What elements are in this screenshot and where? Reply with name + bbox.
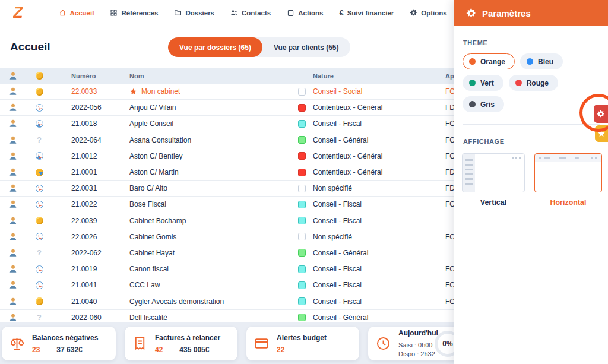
- view-tab[interactable]: Vue par clients (55): [262, 37, 350, 57]
- dossier-name: Mon cabinet: [141, 87, 180, 96]
- nature-color-chip[interactable]: [298, 104, 306, 112]
- apporteur-initials: FC: [445, 265, 454, 273]
- apporteur-initials: FD: [445, 168, 454, 176]
- gear-icon: [410, 9, 417, 17]
- page-title: Accueil: [10, 40, 50, 53]
- view-tab[interactable]: Vue par dossiers (65): [168, 37, 262, 57]
- nature-label: Non spécifié: [313, 233, 445, 241]
- nav-item[interactable]: Contacts: [230, 9, 271, 17]
- display-options: Vertical Horizontal: [454, 145, 608, 207]
- scale-icon: [9, 335, 25, 352]
- nature-color-chip[interactable]: [298, 233, 306, 240]
- card-title: Alertes budget: [277, 334, 327, 342]
- card-count: 23: [32, 346, 40, 354]
- nav-item-label: Suivi financier: [347, 10, 394, 17]
- theme-color-dot: [469, 58, 476, 65]
- billing-column-icon: [36, 72, 43, 80]
- display-option[interactable]: Vertical: [462, 153, 525, 207]
- table-row[interactable]: 21.0018 Apple Conseil Conseil - Fiscal F…: [0, 116, 454, 132]
- table-header: Numéro Nom Nature Ap: [0, 68, 454, 84]
- nature-color-chip[interactable]: [298, 169, 306, 176]
- nature-label: Non spécifié: [313, 184, 445, 192]
- card-count: 42: [155, 346, 163, 354]
- nav-item[interactable]: Actions: [287, 9, 323, 17]
- column-numero[interactable]: Numéro: [71, 72, 129, 80]
- nature-color-chip[interactable]: [298, 120, 306, 128]
- card-balances-negatives[interactable]: Balances négatives 23 37 632€: [2, 327, 116, 360]
- display-option-preview: [462, 153, 525, 192]
- column-nature[interactable]: Nature: [313, 72, 445, 80]
- theme-pill[interactable]: Orange: [463, 53, 515, 69]
- table-row[interactable]: 21.0022 Bose Fiscal Conseil - Fiscal FC: [0, 197, 454, 213]
- table-row[interactable]: 21.0041 CCC Law Conseil - Fiscal FC: [0, 277, 454, 293]
- nature-color-chip[interactable]: [298, 314, 306, 321]
- star-icon: [597, 129, 606, 138]
- nature-color-chip[interactable]: [298, 249, 306, 257]
- nature-color-chip[interactable]: [298, 88, 306, 96]
- nature-color-chip[interactable]: [298, 297, 306, 305]
- table-row[interactable]: 22.0031 Baro C/ Alto Non spécifié FD: [0, 181, 454, 197]
- nature-label: Contentieux - Général: [313, 103, 445, 112]
- column-nom[interactable]: Nom: [129, 72, 298, 80]
- theme-pill-label: Orange: [480, 58, 505, 66]
- table-row[interactable]: 21.0040 Cygler Avocats démonstration Con…: [0, 293, 454, 309]
- theme-pill[interactable]: Bleu: [520, 53, 563, 69]
- nav-item[interactable]: € Suivi financier: [339, 9, 394, 17]
- card-count: 22: [277, 346, 284, 354]
- floating-favorites-button[interactable]: [595, 125, 608, 142]
- table-row[interactable]: 21.0019 Canon fiscal Conseil - Fiscal FC: [0, 261, 454, 277]
- nature-color-chip[interactable]: [298, 281, 306, 289]
- grid-icon: [110, 9, 118, 17]
- nav-item[interactable]: Dossiers: [174, 9, 214, 17]
- dossier-name: Aston C/ Martin: [129, 168, 179, 176]
- nature-label: Conseil - Général: [313, 249, 445, 257]
- card-title: Balances négatives: [32, 334, 98, 342]
- theme-pill[interactable]: Gris: [463, 96, 504, 112]
- billing-status-icon: [36, 314, 43, 321]
- apporteur-initials: FD: [445, 103, 454, 112]
- table-row[interactable]: 21.0001 Aston C/ Martin Contentieux - Gé…: [0, 164, 454, 181]
- card-alertes-budget[interactable]: Alertes budget 22: [246, 327, 359, 360]
- table-row[interactable]: 22.0026 Cabinet Gomis Non spécifié FC: [0, 229, 454, 245]
- nature-color-chip[interactable]: [298, 185, 306, 192]
- nature-color-chip[interactable]: [298, 152, 306, 160]
- users-icon: [230, 9, 238, 17]
- nature-label: Conseil - Social: [313, 87, 445, 96]
- billing-status-icon: [36, 169, 43, 176]
- table-row[interactable]: 2022-064 Asana Consultation Conseil - Gé…: [0, 132, 454, 148]
- app-logo[interactable]: Z: [13, 5, 23, 21]
- nature-label: Contentieux - Général: [313, 152, 445, 160]
- table-row[interactable]: 2022-056 Anjou C/ Vilain Contentieux - G…: [0, 100, 454, 116]
- dossier-name: Canon fiscal: [129, 265, 169, 273]
- theme-pill[interactable]: Vert: [463, 75, 504, 91]
- billing-status-icon: [36, 201, 43, 208]
- card-factures-a-relancer[interactable]: Factures à relancer 42 435 005€: [125, 327, 238, 360]
- apporteur-initials: FC: [445, 136, 454, 144]
- dossier-name: Asana Consultation: [129, 136, 191, 144]
- nav-item-label: Références: [121, 10, 158, 17]
- dossier-number: 21.0041: [71, 281, 129, 289]
- nature-color-chip[interactable]: [298, 217, 306, 224]
- dossier-name: Cygler Avocats démonstration: [129, 297, 224, 306]
- floating-settings-button[interactable]: [594, 105, 608, 123]
- nature-color-chip[interactable]: [298, 265, 306, 273]
- settings-panel-header: Paramètres: [454, 0, 608, 26]
- client-avatar-icon: [8, 216, 18, 226]
- apporteur-initials: FC: [445, 281, 454, 289]
- client-avatar-icon: [8, 313, 18, 322]
- display-option[interactable]: Horizontal: [534, 153, 602, 207]
- table-row[interactable]: 22.0033 Mon cabinet Conseil - Social FC: [0, 84, 454, 100]
- table-row[interactable]: 21.0012 Aston C/ Bentley Contentieux - G…: [0, 148, 454, 164]
- column-apporteur[interactable]: Ap: [445, 72, 454, 80]
- nav-item[interactable]: Options: [410, 9, 446, 17]
- nav-item-label: Accueil: [70, 10, 94, 17]
- nature-color-chip[interactable]: [298, 201, 306, 208]
- theme-pill[interactable]: Rouge: [509, 75, 558, 91]
- table-row[interactable]: 22.0039 Cabinet Bochamp Conseil - Fiscal: [0, 213, 454, 229]
- nav-item[interactable]: Références: [110, 9, 158, 17]
- table-row[interactable]: 2022-062 Cabinet Hayat Conseil - Général: [0, 245, 454, 261]
- nature-label: Conseil - Fiscal: [313, 281, 445, 289]
- nature-color-chip[interactable]: [298, 136, 306, 144]
- nav-item[interactable]: Accueil: [59, 9, 94, 17]
- dossier-name: CCC Law: [129, 281, 160, 289]
